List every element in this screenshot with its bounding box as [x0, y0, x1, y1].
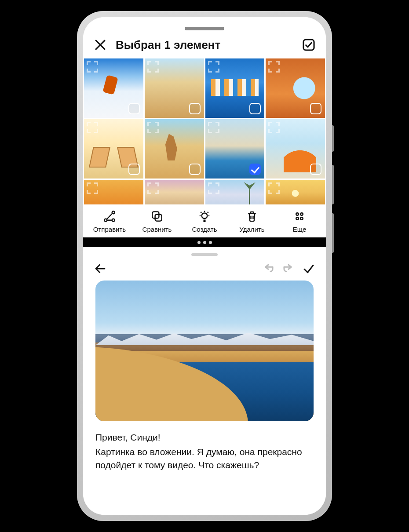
photo-thumbnail[interactable] [266, 119, 325, 179]
focus-bracket-icon [147, 61, 159, 73]
selection-checkbox[interactable] [189, 103, 201, 114]
focus-bracket-icon [147, 122, 159, 133]
focus-bracket-icon [87, 61, 98, 73]
gallery-header: Выбран 1 элемент [83, 33, 326, 58]
more-button[interactable]: Еще [276, 210, 323, 233]
compare-label: Сравнить [142, 226, 172, 233]
gallery-app: Выбран 1 элемент Отправить [83, 17, 326, 237]
close-button[interactable] [93, 37, 108, 52]
photo-thumbnail[interactable] [145, 119, 204, 179]
sheet-drag-handle[interactable] [191, 253, 218, 256]
svg-rect-2 [303, 40, 314, 50]
selection-checkbox[interactable] [310, 103, 321, 114]
svg-point-22 [296, 217, 299, 220]
focus-bracket-icon [208, 122, 219, 133]
note-attachment-image[interactable] [95, 281, 314, 421]
svg-point-5 [112, 219, 115, 222]
svg-point-4 [112, 211, 115, 214]
focus-bracket-icon [87, 122, 98, 133]
screen: Выбран 1 элемент Отправить [83, 17, 326, 515]
svg-line-17 [208, 212, 208, 213]
speaker-grille [185, 27, 224, 30]
selection-checkbox[interactable] [128, 103, 140, 114]
undo-button[interactable] [261, 262, 276, 275]
selection-checkbox[interactable] [128, 164, 140, 175]
photo-thumbnail[interactable] [205, 180, 265, 205]
selection-title: Выбран 1 элемент [116, 38, 293, 52]
compare-button[interactable]: Сравнить [133, 210, 181, 233]
photo-thumbnail[interactable] [84, 58, 143, 118]
volume-down-button[interactable] [332, 213, 334, 253]
split-screen-handle[interactable] [83, 237, 326, 247]
lightbulb-icon [198, 210, 211, 223]
svg-point-20 [296, 213, 299, 215]
delete-label: Удалить [239, 226, 264, 233]
volume-up-button[interactable] [332, 165, 334, 204]
note-line-1: Привет, Синди! [95, 431, 314, 444]
photo-thumbnail[interactable] [266, 180, 325, 205]
photo-grid [83, 58, 326, 204]
focus-bracket-icon [268, 61, 280, 73]
compare-icon [150, 210, 164, 223]
svg-line-16 [201, 212, 201, 213]
action-bar: Отправить Сравнить Создать [83, 204, 326, 237]
note-text[interactable]: Привет, Синди! Картинка во вложении. Я д… [95, 431, 314, 472]
delete-button[interactable]: Удалить [228, 210, 276, 233]
note-line-2: Картинка во вложении. Я думаю, она прекр… [95, 445, 314, 472]
send-label: Отправить [93, 226, 126, 233]
redo-button[interactable] [281, 262, 296, 275]
photo-thumbnail[interactable] [145, 180, 204, 205]
selection-checkbox[interactable] [310, 164, 321, 175]
trash-icon [245, 210, 259, 223]
share-icon [103, 210, 116, 223]
more-label: Еще [293, 226, 307, 233]
svg-point-10 [202, 213, 208, 219]
focus-bracket-icon [268, 122, 280, 133]
svg-point-23 [300, 217, 303, 220]
select-all-button[interactable] [301, 37, 316, 52]
notes-app: Привет, Синди! Картинка во вложении. Я д… [83, 247, 326, 515]
landscape-photo [95, 281, 314, 421]
svg-line-6 [107, 213, 113, 219]
selection-checkbox[interactable] [249, 164, 261, 175]
focus-bracket-icon [208, 182, 219, 194]
focus-bracket-icon [147, 182, 159, 194]
svg-point-21 [300, 213, 303, 215]
back-button[interactable] [93, 262, 108, 275]
photo-thumbnail[interactable] [84, 119, 143, 179]
photo-thumbnail[interactable] [205, 58, 265, 118]
phone-frame: Выбран 1 элемент Отправить [77, 11, 332, 521]
create-label: Создать [192, 226, 217, 233]
svg-point-3 [104, 219, 107, 222]
photo-thumbnail[interactable] [205, 119, 265, 179]
confirm-button[interactable] [301, 262, 316, 275]
editor-header [83, 259, 326, 281]
more-icon [293, 210, 306, 223]
selection-checkbox[interactable] [249, 103, 261, 114]
selection-checkbox[interactable] [189, 164, 201, 175]
photo-thumbnail[interactable] [145, 58, 204, 118]
send-button[interactable]: Отправить [86, 210, 133, 233]
photo-thumbnail[interactable] [84, 180, 143, 205]
photo-thumbnail[interactable] [266, 58, 325, 118]
focus-bracket-icon [268, 182, 280, 194]
focus-bracket-icon [87, 182, 98, 194]
focus-bracket-icon [208, 61, 219, 73]
power-button[interactable] [332, 125, 334, 152]
create-button[interactable]: Создать [181, 210, 228, 233]
note-body[interactable]: Привет, Синди! Картинка во вложении. Я д… [83, 281, 326, 481]
